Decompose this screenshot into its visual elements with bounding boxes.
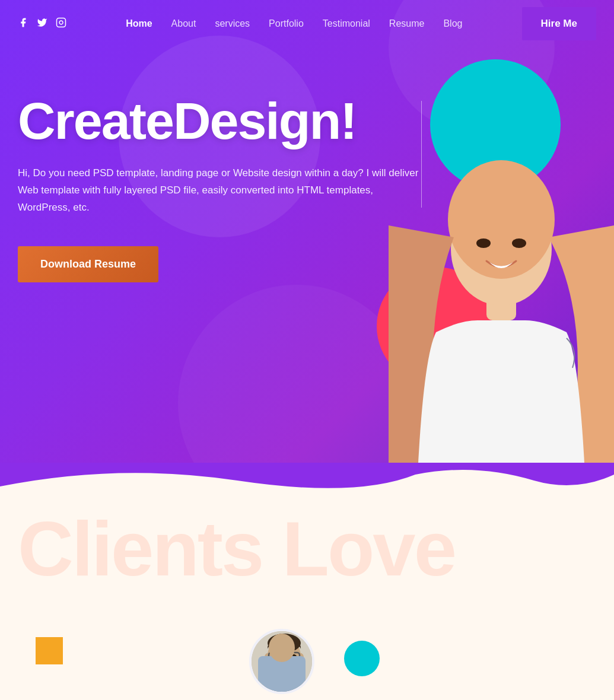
nav-testimonial[interactable]: Testimonial (323, 18, 370, 29)
svg-rect-14 (269, 653, 281, 661)
svg-rect-8 (252, 631, 312, 692)
nav-services[interactable]: services (215, 18, 250, 29)
client-avatar-image (252, 631, 312, 692)
navigation: Home About services Portfolio Testimonia… (0, 0, 614, 47)
clients-section: Clients Love (0, 510, 614, 700)
svg-rect-9 (278, 662, 291, 675)
nav-about[interactable]: About (171, 18, 196, 29)
orange-square-decoration (36, 637, 63, 664)
hero-section: Home About services Portfolio Testimonia… (0, 0, 614, 463)
hero-subtitle: Hi, Do you need PSD template, landing pa… (18, 165, 421, 217)
wave-transition (0, 463, 614, 510)
svg-point-12 (265, 653, 271, 661)
hire-me-button[interactable]: Hire Me (522, 7, 596, 40)
svg-point-18 (291, 654, 297, 659)
nav-portfolio[interactable]: Portfolio (269, 18, 304, 29)
svg-rect-0 (57, 18, 66, 27)
teal-dot-decoration (344, 641, 380, 676)
twitter-icon[interactable] (37, 17, 47, 31)
instagram-icon[interactable] (56, 17, 66, 31)
svg-point-17 (272, 654, 278, 659)
client-avatar (249, 629, 314, 694)
nav-blog[interactable]: Blog (443, 18, 462, 29)
nav-resume[interactable]: Resume (389, 18, 425, 29)
svg-point-13 (298, 653, 304, 661)
download-resume-button[interactable]: Download Resume (18, 246, 158, 282)
hero-title: CreateDesign! (18, 95, 421, 147)
clients-love-bg-text: Clients Love (18, 510, 596, 587)
svg-point-6 (476, 238, 491, 248)
hero-person-image (389, 47, 614, 463)
svg-point-7 (512, 238, 526, 248)
nav-home[interactable]: Home (126, 18, 152, 29)
facebook-icon[interactable] (18, 17, 28, 31)
svg-point-5 (448, 160, 555, 279)
hero-content: CreateDesign! Hi, Do you need PSD templa… (18, 95, 421, 282)
social-links (18, 17, 66, 31)
nav-links: Home About services Portfolio Testimonia… (126, 18, 462, 29)
